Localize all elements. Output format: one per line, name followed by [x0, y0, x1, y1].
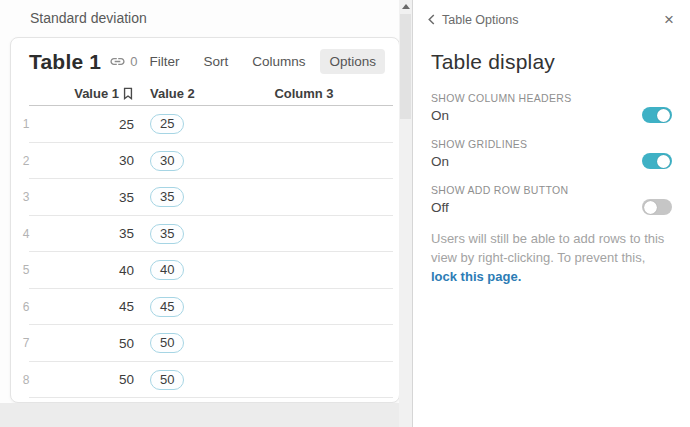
- close-icon[interactable]: ×: [660, 9, 678, 30]
- value2-pill[interactable]: 50: [150, 333, 184, 353]
- toolbar-button-options[interactable]: Options: [320, 49, 385, 74]
- cell-value1[interactable]: 50: [41, 336, 134, 351]
- table-row: 75050: [11, 325, 399, 362]
- cell-value2[interactable]: 35: [134, 187, 209, 207]
- cell-value2[interactable]: 30: [134, 151, 209, 171]
- link-icon: [109, 53, 126, 70]
- row-number[interactable]: 8: [11, 373, 41, 387]
- back-button[interactable]: Table Options: [427, 13, 518, 27]
- table-row: 33535: [11, 179, 399, 216]
- bookmark-icon: [122, 87, 134, 100]
- table-card: Table 1 0 FilterSortColumnsOptions Value…: [10, 37, 400, 403]
- setting-show-gridlines: SHOW GRIDLINESOn: [431, 138, 672, 169]
- table-toolbar: FilterSortColumnsOptions: [140, 49, 385, 74]
- add-row-note: Users will still be able to add rows to …: [431, 230, 672, 287]
- column-header-row: Value 1 Value 2 Column 3: [11, 80, 399, 106]
- row-number[interactable]: 4: [11, 227, 41, 241]
- column-header-column3[interactable]: Column 3: [209, 86, 399, 101]
- setting-state: On: [431, 108, 449, 123]
- value2-pill[interactable]: 30: [150, 151, 184, 171]
- chevron-left-icon: [427, 14, 436, 25]
- value2-pill[interactable]: 25: [150, 114, 184, 134]
- cell-value2[interactable]: 50: [134, 333, 209, 353]
- toolbar-button-filter[interactable]: Filter: [140, 49, 188, 74]
- table-row: 64545: [11, 289, 399, 326]
- note-text: Users will still be able to add rows to …: [431, 231, 664, 265]
- cell-value2[interactable]: 25: [134, 114, 209, 134]
- toggle-show-column-headers[interactable]: [642, 107, 672, 123]
- setting-show-column-headers: SHOW COLUMN HEADERSOn: [431, 92, 672, 123]
- table-title[interactable]: Table 1: [29, 50, 101, 74]
- table-row: 43535: [11, 216, 399, 253]
- table-connections-button[interactable]: 0: [109, 53, 137, 70]
- cell-value1[interactable]: 40: [41, 263, 134, 278]
- value2-pill[interactable]: 35: [150, 187, 184, 207]
- link-count: 0: [130, 54, 137, 69]
- back-label: Table Options: [442, 13, 518, 27]
- table-header: Table 1 0 FilterSortColumnsOptions: [11, 38, 399, 80]
- table-row: 12525: [11, 106, 399, 143]
- cell-value1[interactable]: 50: [41, 372, 134, 387]
- cell-value1[interactable]: 35: [41, 190, 134, 205]
- row-number[interactable]: 7: [11, 336, 41, 350]
- value2-pill[interactable]: 50: [150, 370, 184, 390]
- value2-pill[interactable]: 35: [150, 224, 184, 244]
- setting-state: On: [431, 154, 449, 169]
- scrollbar-thumb[interactable]: [400, 14, 411, 119]
- toolbar-button-columns[interactable]: Columns: [243, 49, 314, 74]
- scroll-up-icon[interactable]: [402, 4, 410, 9]
- row-number[interactable]: 2: [11, 154, 41, 168]
- setting-label: SHOW COLUMN HEADERS: [431, 92, 672, 104]
- cell-value1[interactable]: 35: [41, 226, 134, 241]
- cell-value1[interactable]: 25: [41, 117, 134, 132]
- setting-label: SHOW ADD ROW BUTTON: [431, 184, 672, 196]
- document-area: Standard deviation Table 1 0 FilterSortC…: [0, 0, 412, 427]
- setting-show-add-row-button: SHOW ADD ROW BUTTONOff: [431, 184, 672, 215]
- row-number[interactable]: 5: [11, 263, 41, 277]
- value2-pill[interactable]: 45: [150, 297, 184, 317]
- value2-pill[interactable]: 40: [150, 260, 184, 280]
- cell-value1[interactable]: 45: [41, 299, 134, 314]
- table-row: 54040: [11, 252, 399, 289]
- lock-page-link[interactable]: lock this page.: [431, 269, 521, 284]
- page-background: [0, 403, 399, 427]
- toolbar-button-sort[interactable]: Sort: [194, 49, 237, 74]
- table-body: 1252523030335354353554040645457505085050: [11, 106, 399, 398]
- column-header-value1[interactable]: Value 1: [41, 86, 134, 101]
- toggle-show-add-row-button[interactable]: [642, 199, 672, 215]
- cell-value2[interactable]: 45: [134, 297, 209, 317]
- vertical-scrollbar[interactable]: [399, 0, 412, 427]
- table-options-panel: Table Options × Table display SHOW COLUM…: [412, 0, 690, 427]
- page-title[interactable]: Standard deviation: [30, 10, 147, 26]
- row-number[interactable]: 6: [11, 300, 41, 314]
- cell-value2[interactable]: 50: [134, 370, 209, 390]
- table-row: 23030: [11, 143, 399, 180]
- settings-list: SHOW COLUMN HEADERSOnSHOW GRIDLINESOnSHO…: [431, 92, 672, 215]
- setting-state: Off: [431, 200, 449, 215]
- cell-value2[interactable]: 40: [134, 260, 209, 280]
- cell-value2[interactable]: 35: [134, 224, 209, 244]
- cell-value1[interactable]: 30: [41, 153, 134, 168]
- panel-heading: Table display: [431, 50, 672, 74]
- toggle-show-gridlines[interactable]: [642, 153, 672, 169]
- table-row: 85050: [11, 362, 399, 399]
- column-header-value2[interactable]: Value 2: [134, 86, 209, 101]
- setting-label: SHOW GRIDLINES: [431, 138, 672, 150]
- row-number[interactable]: 3: [11, 190, 41, 204]
- row-number[interactable]: 1: [11, 117, 41, 131]
